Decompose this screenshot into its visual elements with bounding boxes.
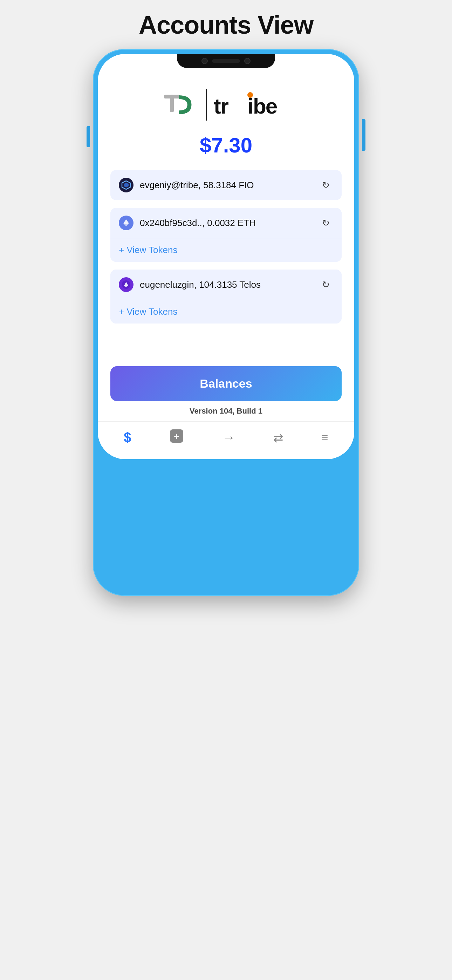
eth-account-label: 0x240bf95c3d.., 0.0032 ETH [140,218,318,229]
svg-text:tr: tr [214,94,229,118]
send-icon: → [222,430,236,445]
version-text: Version 104, Build 1 [110,407,342,416]
nav-item-dollar[interactable]: $ [124,430,131,445]
account-row-fio[interactable]: evgeniy@tribe, 58.3184 FIO ↻ [110,170,342,200]
eth-view-tokens-button[interactable]: + View Tokens [119,245,177,256]
telos-view-tokens-row: + View Tokens [110,300,342,323]
account-row-eth[interactable]: 0x240bf95c3d.., 0.0032 ETH ↻ [110,208,342,238]
phone-frame: tr i be $7.30 [93,49,359,596]
telos-account-label: eugeneluzgin, 104.3135 Telos [140,279,318,290]
menu-icon: ≡ [321,431,328,444]
telos-refresh-button[interactable]: ↻ [318,277,333,292]
svg-text:+: + [174,431,180,442]
nav-item-add[interactable]: + [169,429,184,447]
balances-button[interactable]: Balances [110,366,342,401]
tribe-svg: tr i be [214,91,291,119]
notch-speaker [212,59,240,63]
tribe-logo-text: tr i be [214,91,291,119]
eth-logo-svg [122,219,131,227]
accounts-list: evgeniy@tribe, 58.3184 FIO ↻ 0x240bf [110,170,342,331]
page-title: Accounts View [139,11,313,39]
fio-refresh-button[interactable]: ↻ [318,178,333,192]
dollar-icon: $ [124,430,131,445]
phone-content: tr i be $7.30 [98,68,354,421]
svg-marker-7 [124,183,129,188]
telos-logo-svg [122,280,131,289]
telos-view-tokens-button[interactable]: + View Tokens [119,306,177,317]
tc-logo-svg [162,89,193,121]
telos-icon [119,277,134,292]
tc-logo [162,89,193,121]
svg-text:be: be [253,94,277,118]
eth-icon [119,216,134,230]
notch-camera-2 [244,58,250,64]
bottom-nav: $ + → ⇄ ≡ [98,421,354,459]
phone-notch [177,54,275,68]
svg-rect-11 [125,286,127,287]
nav-item-swap[interactable]: ⇄ [273,431,283,445]
account-group-fio: evgeniy@tribe, 58.3184 FIO ↻ [110,170,342,200]
notch-camera [202,58,208,64]
nav-item-menu[interactable]: ≡ [321,431,328,444]
logo-divider [206,89,207,121]
add-icon: + [169,429,184,447]
content-spacer [110,331,342,366]
fio-icon [119,178,134,192]
fio-logo-svg [121,180,131,190]
account-group-telos: eugeneluzgin, 104.3135 Telos ↻ + View To… [110,269,342,323]
phone-inner: tr i be $7.30 [98,54,354,459]
account-row-telos[interactable]: eugeneluzgin, 104.3135 Telos ↻ [110,269,342,300]
total-balance: $7.30 [110,133,342,158]
svg-rect-1 [170,95,174,112]
eth-view-tokens-row: + View Tokens [110,238,342,262]
svg-text:i: i [247,94,253,118]
swap-icon: ⇄ [273,431,283,445]
nav-item-send[interactable]: → [222,430,236,445]
eth-refresh-button[interactable]: ↻ [318,216,333,230]
account-group-eth: 0x240bf95c3d.., 0.0032 ETH ↻ + View Toke… [110,208,342,262]
fio-account-label: evgeniy@tribe, 58.3184 FIO [140,180,318,191]
logo-area: tr i be [110,89,342,121]
